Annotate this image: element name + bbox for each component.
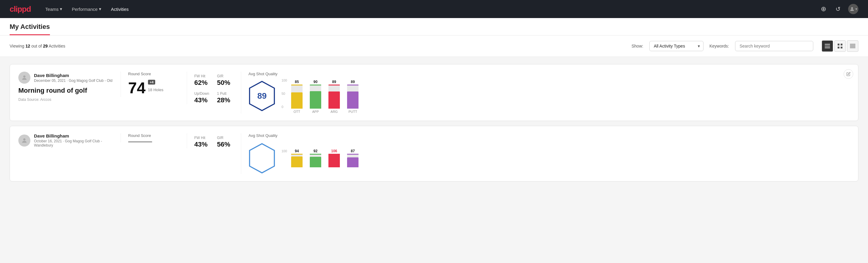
shot-quality-hexagon-2 [248,143,276,174]
shot-quality-hexagon: 89 [248,80,276,112]
show-label: Show: [631,43,643,49]
nav-performance[interactable]: Performance ▾ [72,5,101,13]
user-date-2: October 16, 2021 · Gog Magog Golf Club -… [34,139,121,147]
x-label-ott: OTT [291,110,303,113]
svg-rect-10 [850,46,856,47]
user-avatar [18,71,30,84]
svg-rect-1 [825,44,830,45]
viewing-count-text: Viewing 12 out of 29 Activities [10,43,626,49]
filter-bar: Viewing 12 out of 29 Activities Show: Al… [0,35,868,57]
svg-rect-5 [841,43,842,46]
shot-quality-section: Avg Shot Quality 89 100 [241,71,397,113]
bar-app: 90 [310,80,321,109]
sub-stats-section-2: FW Hit 43% GIR 56% [187,133,241,148]
keywords-label: Keywords: [710,43,729,49]
svg-rect-3 [825,48,830,48]
bar-ott: 85 [291,80,303,109]
svg-rect-11 [850,48,856,48]
bar-arg: 89 [329,80,340,109]
list-view-button[interactable] [822,40,833,52]
fw-hit-stat-2: FW Hit 43% [194,136,211,148]
user-avatar-button[interactable]: ▾ [848,4,858,14]
shot-quality-label-2: Avg Shot Quality [248,133,278,138]
edit-button[interactable] [844,69,853,79]
nav-actions: ⊕ ↺ ▾ [819,4,858,14]
round-score-value: 74 [128,80,146,96]
nav-teams[interactable]: Teams ▾ [45,5,62,13]
round-score-section-2: Round Score [121,133,187,142]
svg-point-14 [23,138,25,140]
sub-stats-section: FW Hit 62% GIR 50% Up/Down 43% 1 Putt 28… [187,71,241,104]
user-date: December 05, 2021 · Gog Magog Golf Club … [34,79,113,83]
gir-stat: GIR 50% [217,74,234,87]
shot-quality-section-2: Avg Shot Quality 100 [241,133,397,174]
refresh-icon[interactable]: ↺ [834,5,842,13]
svg-rect-6 [838,47,839,49]
score-badge: +4 [148,80,155,85]
bar2-arg: 106 [329,149,340,167]
updown-stat: Up/Down 43% [194,91,211,104]
data-source: Data Source: Arccos [18,97,121,102]
logo[interactable]: clippd [10,4,31,14]
compact-view-button[interactable] [847,40,858,52]
page-header: My Activities [0,18,868,35]
svg-point-0 [851,7,853,9]
round-score-label-2: Round Score [128,133,180,138]
grid-view-button[interactable] [834,40,846,52]
x-label-putt: PUTT [347,110,359,113]
svg-rect-4 [838,43,839,46]
svg-rect-7 [841,47,842,49]
page-title: My Activities [10,23,50,35]
shot-quality-chart: 100 50 0 85 [281,79,359,113]
svg-rect-9 [850,45,856,46]
one-putt-stat: 1 Putt 28% [217,91,234,104]
add-icon[interactable]: ⊕ [819,5,828,13]
y-axis: 100 50 0 [281,79,287,109]
bar-putt: 89 [347,80,359,109]
x-label-arg: ARG [329,110,340,113]
activity-type-select[interactable]: All Activity Types [649,41,704,51]
bar2-ott: 94 [291,149,303,167]
gir-stat-2: GIR 56% [217,136,234,148]
user-avatar-2 [18,135,30,147]
round-score-section: Round Score 74 +4 18 Holes [121,71,187,97]
navbar: clippd Teams ▾ Performance ▾ Activities … [0,0,868,18]
activity-title: Morning round of golf [18,87,121,94]
x-label-app: APP [310,110,321,113]
shot-quality-chart-2: 100 94 [281,149,359,167]
shot-quality-label: Avg Shot Quality [248,71,278,76]
svg-point-12 [23,76,25,78]
svg-rect-2 [825,46,830,46]
activity-card-2: Dave Billingham October 16, 2021 · Gog M… [10,126,858,181]
search-input[interactable] [735,41,813,51]
svg-marker-15 [250,144,274,173]
user-name: Dave Billingham [34,73,113,78]
view-toggle [822,40,858,52]
round-score-label: Round Score [128,71,180,76]
nav-activities[interactable]: Activities [111,5,129,13]
activity-type-select-wrap: All Activity Types [649,41,704,51]
activity-card: Dave Billingham December 05, 2021 · Gog … [10,64,858,121]
user-name-2: Dave Billingham [34,133,121,139]
fw-hit-stat: FW Hit 62% [194,74,211,87]
holes-text: 18 Holes [148,88,163,92]
activities-list: Dave Billingham December 05, 2021 · Gog … [0,57,868,189]
bar2-putt: 87 [347,149,359,167]
bar2-app: 92 [310,149,321,167]
card-user-section: Dave Billingham December 05, 2021 · Gog … [18,71,121,102]
card-user-section-2: Dave Billingham October 16, 2021 · Gog M… [18,133,121,150]
svg-rect-8 [850,44,856,45]
